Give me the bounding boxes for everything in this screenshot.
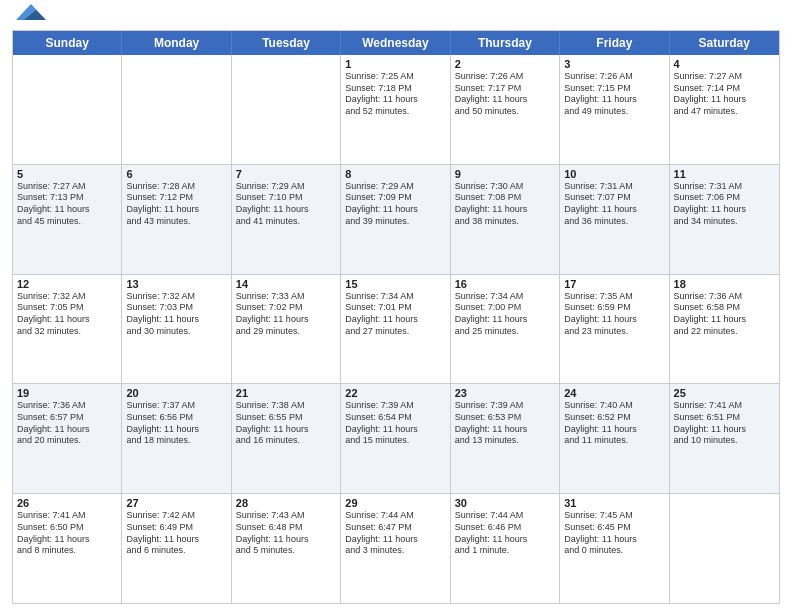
cell-info: and 15 minutes. <box>345 435 445 447</box>
cell-info: Daylight: 11 hours <box>126 534 226 546</box>
cell-info: Sunrise: 7:27 AM <box>674 71 775 83</box>
day-number: 16 <box>455 278 555 290</box>
cell-info: Sunrise: 7:26 AM <box>455 71 555 83</box>
cell-info: Sunset: 6:55 PM <box>236 412 336 424</box>
day-number: 23 <box>455 387 555 399</box>
cell-info: Sunset: 6:49 PM <box>126 522 226 534</box>
cell-info: Daylight: 11 hours <box>236 424 336 436</box>
day-number: 3 <box>564 58 664 70</box>
cell-info: Sunrise: 7:27 AM <box>17 181 117 193</box>
cell-info: and 30 minutes. <box>126 326 226 338</box>
cell-info: Sunset: 6:52 PM <box>564 412 664 424</box>
calendar-cell: 22Sunrise: 7:39 AMSunset: 6:54 PMDayligh… <box>341 384 450 493</box>
logo-icon <box>16 2 46 22</box>
cell-info: Daylight: 11 hours <box>564 94 664 106</box>
day-number: 10 <box>564 168 664 180</box>
cell-info: and 10 minutes. <box>674 435 775 447</box>
day-number: 28 <box>236 497 336 509</box>
day-number: 14 <box>236 278 336 290</box>
calendar-cell: 11Sunrise: 7:31 AMSunset: 7:06 PMDayligh… <box>670 165 779 274</box>
cell-info: Sunrise: 7:44 AM <box>455 510 555 522</box>
day-number: 27 <box>126 497 226 509</box>
cell-info: Daylight: 11 hours <box>126 424 226 436</box>
day-number: 24 <box>564 387 664 399</box>
day-header-friday: Friday <box>560 31 669 55</box>
day-number: 17 <box>564 278 664 290</box>
cell-info: Sunrise: 7:40 AM <box>564 400 664 412</box>
day-number: 18 <box>674 278 775 290</box>
cell-info: Sunrise: 7:36 AM <box>674 291 775 303</box>
calendar-cell: 15Sunrise: 7:34 AMSunset: 7:01 PMDayligh… <box>341 275 450 384</box>
calendar-cell: 18Sunrise: 7:36 AMSunset: 6:58 PMDayligh… <box>670 275 779 384</box>
cell-info: Sunrise: 7:45 AM <box>564 510 664 522</box>
day-header-thursday: Thursday <box>451 31 560 55</box>
cell-info: and 20 minutes. <box>17 435 117 447</box>
cell-info: Sunrise: 7:31 AM <box>564 181 664 193</box>
day-number: 29 <box>345 497 445 509</box>
calendar-row-2: 12Sunrise: 7:32 AMSunset: 7:05 PMDayligh… <box>13 274 779 384</box>
cell-info: Sunset: 7:03 PM <box>126 302 226 314</box>
calendar-cell: 5Sunrise: 7:27 AMSunset: 7:13 PMDaylight… <box>13 165 122 274</box>
calendar-cell: 2Sunrise: 7:26 AMSunset: 7:17 PMDaylight… <box>451 55 560 164</box>
calendar-row-4: 26Sunrise: 7:41 AMSunset: 6:50 PMDayligh… <box>13 493 779 603</box>
calendar-cell <box>232 55 341 164</box>
calendar-cell <box>13 55 122 164</box>
cell-info: Daylight: 11 hours <box>674 204 775 216</box>
cell-info: Sunrise: 7:34 AM <box>455 291 555 303</box>
cell-info: and 47 minutes. <box>674 106 775 118</box>
cell-info: and 8 minutes. <box>17 545 117 557</box>
cell-info: Daylight: 11 hours <box>236 534 336 546</box>
day-number: 22 <box>345 387 445 399</box>
cell-info: Sunrise: 7:29 AM <box>236 181 336 193</box>
cell-info: Daylight: 11 hours <box>564 534 664 546</box>
cell-info: Sunrise: 7:29 AM <box>345 181 445 193</box>
calendar-cell: 24Sunrise: 7:40 AMSunset: 6:52 PMDayligh… <box>560 384 669 493</box>
day-number: 19 <box>17 387 117 399</box>
cell-info: Sunrise: 7:25 AM <box>345 71 445 83</box>
day-number: 7 <box>236 168 336 180</box>
calendar-cell: 9Sunrise: 7:30 AMSunset: 7:08 PMDaylight… <box>451 165 560 274</box>
day-number: 13 <box>126 278 226 290</box>
cell-info: Daylight: 11 hours <box>345 534 445 546</box>
cell-info: Sunrise: 7:38 AM <box>236 400 336 412</box>
cell-info: Daylight: 11 hours <box>126 314 226 326</box>
calendar-cell: 25Sunrise: 7:41 AMSunset: 6:51 PMDayligh… <box>670 384 779 493</box>
day-number: 4 <box>674 58 775 70</box>
cell-info: Sunrise: 7:35 AM <box>564 291 664 303</box>
cell-info: Daylight: 11 hours <box>455 534 555 546</box>
calendar-header: SundayMondayTuesdayWednesdayThursdayFrid… <box>13 31 779 55</box>
cell-info: Sunset: 6:51 PM <box>674 412 775 424</box>
cell-info: Sunrise: 7:42 AM <box>126 510 226 522</box>
cell-info: Sunrise: 7:36 AM <box>17 400 117 412</box>
cell-info: Sunrise: 7:32 AM <box>126 291 226 303</box>
calendar-cell: 10Sunrise: 7:31 AMSunset: 7:07 PMDayligh… <box>560 165 669 274</box>
cell-info: Sunset: 7:06 PM <box>674 192 775 204</box>
cell-info: and 25 minutes. <box>455 326 555 338</box>
cell-info: Sunrise: 7:28 AM <box>126 181 226 193</box>
cell-info: Sunrise: 7:34 AM <box>345 291 445 303</box>
cell-info: Daylight: 11 hours <box>674 424 775 436</box>
cell-info: and 43 minutes. <box>126 216 226 228</box>
cell-info: Sunrise: 7:39 AM <box>345 400 445 412</box>
cell-info: Sunset: 6:50 PM <box>17 522 117 534</box>
cell-info: Daylight: 11 hours <box>17 424 117 436</box>
cell-info: Sunset: 6:59 PM <box>564 302 664 314</box>
day-number: 30 <box>455 497 555 509</box>
cell-info: Sunset: 6:57 PM <box>17 412 117 424</box>
calendar-row-1: 5Sunrise: 7:27 AMSunset: 7:13 PMDaylight… <box>13 164 779 274</box>
cell-info: Sunrise: 7:41 AM <box>674 400 775 412</box>
cell-info: Sunset: 6:45 PM <box>564 522 664 534</box>
cell-info: Sunset: 6:58 PM <box>674 302 775 314</box>
cell-info: Sunrise: 7:30 AM <box>455 181 555 193</box>
day-number: 6 <box>126 168 226 180</box>
day-number: 12 <box>17 278 117 290</box>
cell-info: Sunset: 7:05 PM <box>17 302 117 314</box>
day-number: 9 <box>455 168 555 180</box>
calendar-cell: 27Sunrise: 7:42 AMSunset: 6:49 PMDayligh… <box>122 494 231 603</box>
cell-info: Sunset: 6:54 PM <box>345 412 445 424</box>
calendar-cell: 6Sunrise: 7:28 AMSunset: 7:12 PMDaylight… <box>122 165 231 274</box>
cell-info: Sunset: 7:13 PM <box>17 192 117 204</box>
day-number: 2 <box>455 58 555 70</box>
day-number: 21 <box>236 387 336 399</box>
cell-info: and 5 minutes. <box>236 545 336 557</box>
